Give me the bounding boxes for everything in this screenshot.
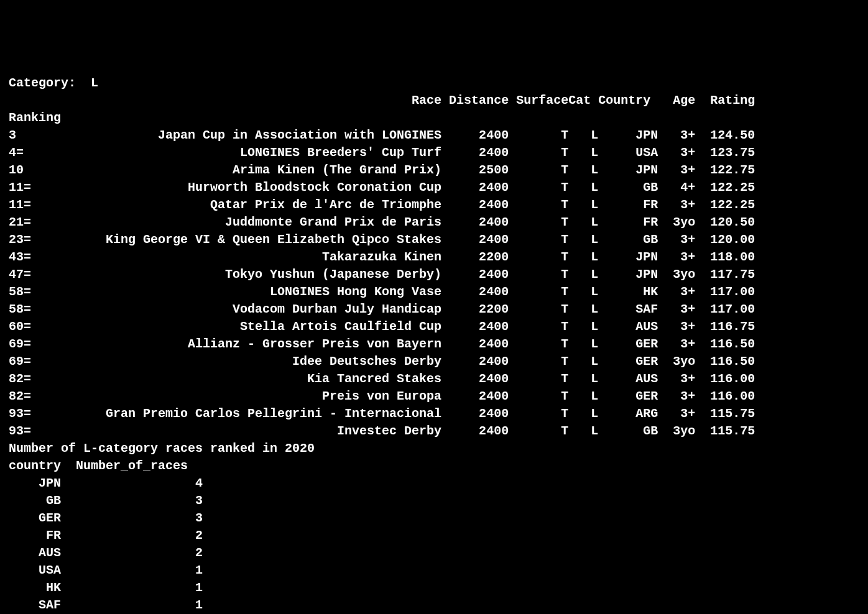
summary-row: JPN 4: [9, 475, 859, 492]
category-line: Category: L: [9, 75, 859, 92]
table-row: 4= LONGINES Breeders' Cup Turf 2400 T L …: [9, 144, 859, 162]
summary-row: HK 1: [9, 579, 859, 597]
table-row: 58= Vodacom Durban July Handicap 2200 T …: [9, 301, 859, 318]
table-row: 10 Arima Kinen (The Grand Prix) 2500 T L…: [9, 162, 859, 179]
terminal-output: Category: L Race Distance SurfaceCat Cou…: [9, 75, 859, 614]
table-row: 43= Takarazuka Kinen 2200 T L JPN 3+ 118…: [9, 249, 859, 266]
table-row: 69= Allianz - Grosser Preis von Bayern 2…: [9, 336, 859, 353]
summary-title: Number of L-category races ranked in 202…: [9, 440, 859, 457]
summary-row: USA 1: [9, 562, 859, 579]
summary-row: GER 3: [9, 510, 859, 527]
table-row: 82= Preis von Europa 2400 T L GER 3+ 116…: [9, 388, 859, 405]
table-row: 21= Juddmonte Grand Prix de Paris 2400 T…: [9, 214, 859, 231]
table-header-ranking: Ranking: [9, 109, 859, 127]
table-row: 11= Hurworth Bloodstock Coronation Cup 2…: [9, 179, 859, 196]
table-row: 60= Stella Artois Caulfield Cup 2400 T L…: [9, 318, 859, 336]
table-row: 11= Qatar Prix de l'Arc de Triomphe 2400…: [9, 196, 859, 214]
summary-row: GB 3: [9, 492, 859, 510]
summary-header: country Number_of_races: [9, 457, 859, 475]
table-row: 47= Tokyo Yushun (Japanese Derby) 2400 T…: [9, 266, 859, 283]
table-row: 58= LONGINES Hong Kong Vase 2400 T L HK …: [9, 283, 859, 301]
table-row: 69= Idee Deutsches Derby 2400 T L GER 3y…: [9, 353, 859, 370]
summary-row: SAF 1: [9, 597, 859, 614]
table-row: 93= Gran Premio Carlos Pellegrini - Inte…: [9, 405, 859, 423]
table-row: 3 Japan Cup in Association with LONGINES…: [9, 127, 859, 144]
table-row: 82= Kia Tancred Stakes 2400 T L AUS 3+ 1…: [9, 370, 859, 388]
table-row: 23= King George VI & Queen Elizabeth Qip…: [9, 231, 859, 249]
table-row: 93= Investec Derby 2400 T L GB 3yo 115.7…: [9, 423, 859, 440]
table-header-columns: Race Distance SurfaceCat Country Age Rat…: [9, 92, 859, 109]
summary-row: AUS 2: [9, 544, 859, 562]
summary-row: FR 2: [9, 527, 859, 544]
